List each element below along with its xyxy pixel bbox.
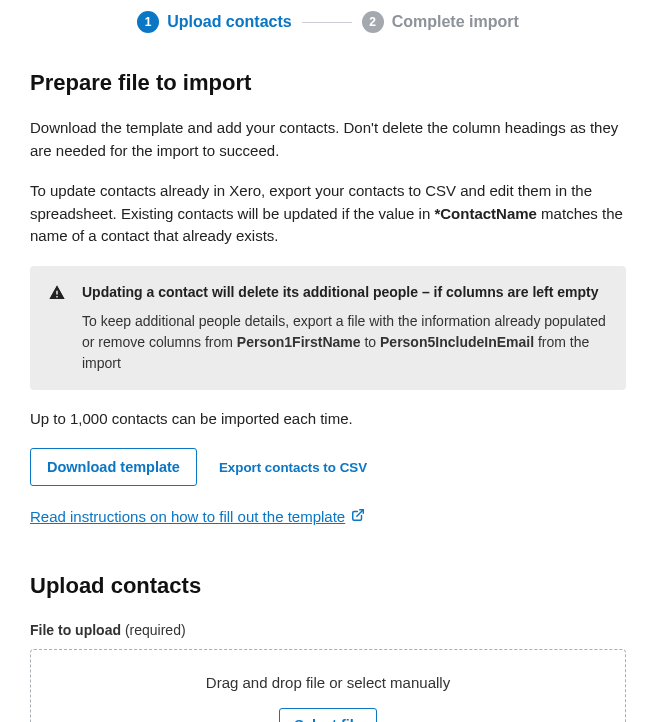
warning-field-ref-2: Person5IncludeInEmail [380, 334, 534, 350]
step-2-number: 2 [362, 11, 384, 33]
file-upload-required: (required) [125, 622, 186, 638]
svg-line-0 [357, 510, 363, 516]
dropzone-text: Drag and drop file or select manually [206, 672, 450, 695]
warning-content: Updating a contact will delete its addit… [82, 282, 608, 374]
step-2: 2 Complete import [362, 10, 519, 34]
step-1: 1 Upload contacts [137, 10, 291, 34]
file-upload-label-text: File to upload [30, 622, 121, 638]
prepare-title: Prepare file to import [30, 66, 626, 99]
step-2-label: Complete import [392, 10, 519, 34]
import-contacts-page: 1 Upload contacts 2 Complete import Prep… [0, 0, 656, 722]
file-dropzone[interactable]: Drag and drop file or select manually Se… [30, 649, 626, 723]
export-csv-button[interactable]: Export contacts to CSV [219, 460, 367, 475]
instructions-link[interactable]: Read instructions on how to fill out the… [30, 506, 365, 529]
limit-text: Up to 1,000 contacts can be imported eac… [30, 408, 626, 431]
warning-field-ref-1: Person1FirstName [237, 334, 361, 350]
external-link-icon [351, 506, 365, 529]
select-file-button[interactable]: Select file [279, 708, 377, 722]
contact-name-field-ref: *ContactName [434, 205, 537, 222]
file-upload-label: File to upload (required) [30, 620, 626, 641]
warning-body: To keep additional people details, expor… [82, 311, 608, 374]
button-row: Download template Export contacts to CSV [30, 448, 626, 486]
warning-body-mid: to [361, 334, 380, 350]
instructions-link-text: Read instructions on how to fill out the… [30, 506, 345, 529]
prepare-paragraph-2: To update contacts already in Xero, expo… [30, 180, 626, 248]
prepare-paragraph-1: Download the template and add your conta… [30, 117, 626, 162]
download-template-button[interactable]: Download template [30, 448, 197, 486]
step-1-number: 1 [137, 11, 159, 33]
step-1-label: Upload contacts [167, 10, 291, 34]
upload-title: Upload contacts [30, 569, 626, 602]
stepper: 1 Upload contacts 2 Complete import [30, 10, 626, 34]
warning-title: Updating a contact will delete its addit… [82, 282, 608, 303]
warning-box: Updating a contact will delete its addit… [30, 266, 626, 390]
step-divider [302, 22, 352, 23]
warning-icon [48, 284, 66, 374]
